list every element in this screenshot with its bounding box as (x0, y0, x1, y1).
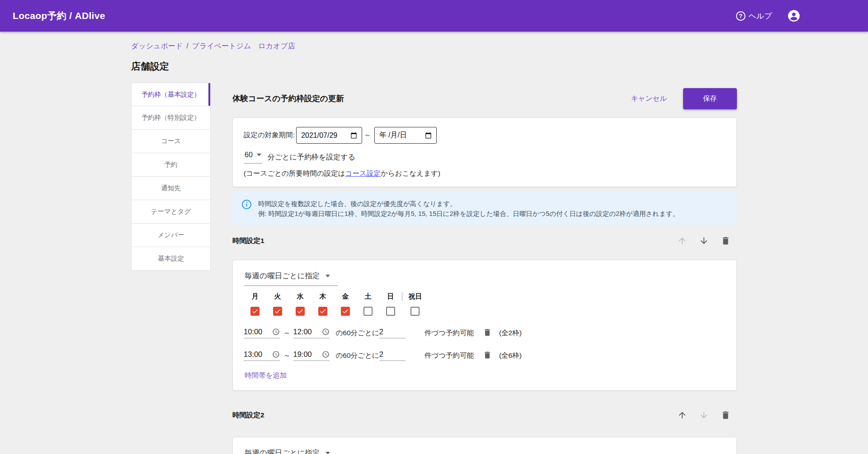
info-text: 時間設定を複数設定した場合、後の設定が優先度が高くなります。 例: 時間設定1が… (258, 199, 679, 219)
sidebar-item-label: 通知先 (161, 184, 181, 192)
day-label: 火 (266, 292, 289, 301)
repeat-mode-value: 毎週の曜日ごとに指定 (245, 271, 320, 281)
sidebar-item-basic-settings[interactable]: 基本設定 (131, 247, 211, 271)
settings-sidebar: 予約枠（基本設定） 予約枠（特別設定） コース 予約 通知先 テーマとタグ メン… (131, 83, 211, 271)
sidebar-item-themes-tags[interactable]: テーマとタグ (131, 200, 211, 224)
slot-count-input[interactable]: 2 (379, 350, 406, 361)
save-button[interactable]: 保存 (683, 88, 737, 109)
main-heading: 体験コースの予約枠設定の更新 (232, 93, 631, 104)
total-slots-text: (全6枠) (499, 351, 522, 360)
arrow-up-icon (677, 236, 687, 246)
interval-select[interactable]: 60 (244, 151, 262, 164)
day-checkbox-holiday[interactable] (410, 307, 420, 316)
total-slots-text: (全2枠) (499, 328, 522, 338)
calendar-icon[interactable] (425, 132, 432, 139)
start-time-input[interactable]: 10:00 (244, 328, 280, 338)
breadcrumb-store-link[interactable]: プライベートジム ロカオプ店 (192, 42, 295, 50)
cancel-button[interactable]: キャンセル (631, 94, 667, 103)
check-icon (251, 308, 259, 315)
sidebar-item-label: コース (161, 137, 181, 145)
sidebar-item-label: テーマとタグ (151, 207, 191, 216)
trash-icon (483, 328, 492, 337)
sidebar-item-notifications[interactable]: 通知先 (131, 177, 211, 200)
arrow-down-icon (699, 410, 709, 420)
move-up-button[interactable] (676, 235, 688, 247)
clock-icon[interactable] (272, 328, 280, 336)
sidebar-item-slots-basic[interactable]: 予約枠（基本設定） (131, 83, 211, 106)
day-labels-row: 月 火 水 木 金 土 日 祝日 (244, 292, 726, 301)
day-checkbox-sat[interactable] (363, 307, 373, 316)
start-date-input[interactable]: 2021/07/29 (296, 127, 362, 144)
time-setting-1-header: 時間設定1 (232, 233, 737, 248)
day-label: 月 (244, 292, 266, 301)
interval-suffix: 分ごとに予約枠を設定する (268, 153, 355, 162)
day-checkbox-tue[interactable] (273, 307, 282, 316)
move-down-button[interactable] (698, 235, 710, 247)
clock-icon[interactable] (322, 328, 330, 336)
time-setting-2-title: 時間設定2 (232, 411, 666, 420)
repeat-mode-select[interactable]: 毎週の曜日ごとに指定 (244, 271, 338, 286)
day-checkbox-thu[interactable] (318, 307, 327, 316)
delete-time-row-button[interactable] (482, 328, 493, 338)
slot-count-input[interactable]: 2 (379, 328, 406, 338)
course-note-prefix: (コースごとの所要時間の設定は (244, 169, 345, 177)
day-label: 水 (289, 292, 311, 301)
help-icon: ? (736, 11, 745, 21)
clock-icon[interactable] (272, 351, 280, 358)
sidebar-item-label: メンバー (157, 231, 184, 239)
end-time-input[interactable]: 12:00 (293, 328, 330, 338)
app-title: Locaop予約 / ADlive (13, 9, 105, 22)
calendar-icon[interactable] (350, 132, 357, 139)
sidebar-item-members[interactable]: メンバー (131, 224, 211, 247)
day-checkbox-sun[interactable] (386, 307, 395, 316)
time-setting-1-card: 毎週の曜日ごとに指定 月 火 水 木 金 土 日 祝日 (232, 260, 737, 391)
time-setting-1-title: 時間設定1 (232, 236, 666, 246)
breadcrumb: ダッシュボード/プライベートジム ロカオプ店 (131, 42, 737, 51)
move-up-button[interactable] (676, 409, 688, 421)
sidebar-item-label: 予約枠（基本設定） (142, 90, 201, 99)
arrow-up-icon (677, 410, 687, 420)
sidebar-item-reservations[interactable]: 予約 (131, 153, 211, 177)
interval-text: の60分ごとに (336, 351, 379, 360)
clock-icon[interactable] (322, 351, 330, 358)
day-checkbox-fri[interactable] (341, 307, 350, 316)
time-slot-row: 10:00 ～ 12:00 の60分ごとに 2 件づつ予約可能 (全2枠) (244, 328, 726, 338)
start-time-input[interactable]: 13:00 (244, 350, 280, 361)
time-slot-row: 13:00 ～ 19:00 の60分ごとに 2 件づつ予約可能 (全6枠) (244, 350, 726, 361)
main-header: 体験コースの予約枠設定の更新 キャンセル 保存 (232, 87, 737, 110)
priority-info-box: 時間設定を複数設定した場合、後の設定が優先度が高くなります。 例: 時間設定1が… (232, 192, 737, 225)
start-time-value: 10:00 (244, 328, 262, 336)
sidebar-item-label: 基本設定 (158, 254, 184, 263)
page-container: ダッシュボード/プライベートジム ロカオプ店 店舗設定 予約枠（基本設定） 予約… (131, 42, 737, 454)
time-tilde: ～ (283, 351, 291, 360)
add-time-range-button[interactable]: 時間帯を追加 (244, 371, 288, 380)
course-settings-link[interactable]: コース設定 (345, 169, 381, 177)
delete-time-row-button[interactable] (482, 350, 493, 361)
info-icon (241, 199, 252, 210)
period-label: 設定の対象期間: (244, 131, 295, 140)
start-time-value: 13:00 (244, 350, 262, 359)
course-note-suffix: からおこなえます) (381, 169, 440, 177)
day-label-holiday: 祝日 (402, 292, 428, 301)
day-checkbox-wed[interactable] (296, 307, 305, 316)
app-bar-right: ? ヘルプ (736, 9, 800, 22)
day-checkbox-mon[interactable] (250, 307, 259, 316)
course-note: (コースごとの所要時間の設定はコース設定からおこなえます) (244, 169, 726, 178)
account-avatar-icon[interactable] (788, 9, 800, 22)
end-date-input[interactable]: 年 /月/日 (374, 127, 437, 144)
info-line-1: 時間設定を複数設定した場合、後の設定が優先度が高くなります。 (258, 199, 679, 209)
end-time-input[interactable]: 19:00 (293, 350, 330, 361)
move-down-button[interactable] (698, 409, 710, 421)
sidebar-item-slots-special[interactable]: 予約枠（特別設定） (131, 106, 211, 130)
breadcrumb-dashboard-link[interactable]: ダッシュボード (131, 42, 183, 50)
chevron-down-icon (326, 452, 330, 454)
repeat-mode-select[interactable]: 毎週の曜日ごとに指定 (244, 448, 338, 454)
trash-icon (721, 236, 731, 246)
time-setting-2-card: 毎週の曜日ごとに指定 月 火 水 木 金 土 日 祝日 (232, 437, 737, 454)
info-line-2: 例: 時間設定1が毎週日曜日に1枠、時間設定2が毎月5, 15, 15日に2枠を… (258, 209, 679, 219)
help-button[interactable]: ? ヘルプ (736, 11, 772, 21)
delete-section-button[interactable] (720, 235, 731, 247)
sidebar-item-courses[interactable]: コース (131, 130, 211, 153)
delete-section-button[interactable] (720, 409, 731, 421)
page-title: 店舗設定 (131, 60, 737, 73)
